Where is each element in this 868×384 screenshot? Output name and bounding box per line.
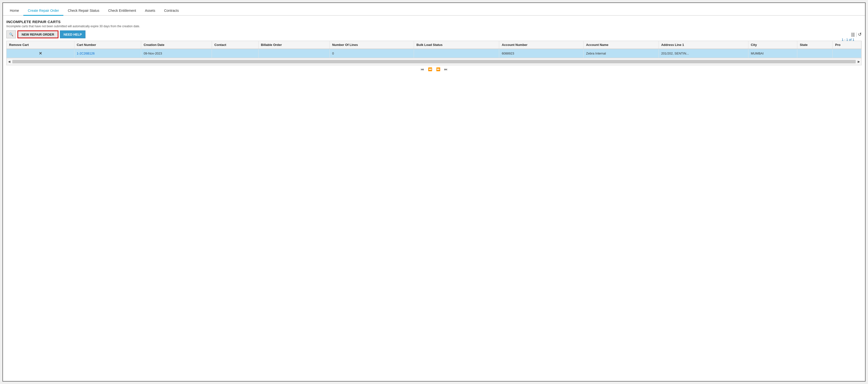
nav-tab-home[interactable]: Home: [5, 6, 23, 16]
cell-account-name: Zebra Internal: [583, 49, 658, 58]
section-title: INCOMPLETE REPAIR CARTS: [6, 20, 140, 24]
header-row: INCOMPLETE REPAIR CARTS Incomplete carts…: [6, 20, 862, 30]
cell-billable-order: [258, 49, 330, 58]
cell-city: MUMBAI: [748, 49, 797, 58]
col-header-contact: Contact: [212, 41, 258, 49]
section-subtitle: Incomplete carts that have not been subm…: [6, 25, 140, 28]
toolbar-right: ||| | ↺: [851, 32, 862, 37]
search-icon: 🔍: [9, 32, 13, 36]
col-header-city: City: [748, 41, 797, 49]
cell-pro: [833, 49, 861, 58]
toolbar: 🔍 NEW REPAIR ORDER NEED HELP ||| | ↺: [6, 30, 862, 38]
need-help-button[interactable]: NEED HELP: [60, 30, 86, 38]
cell-contact: [212, 49, 258, 58]
cell-address-line-1: 201/202, SENTIN...: [658, 49, 748, 58]
search-button[interactable]: 🔍: [6, 30, 16, 38]
cell-cart-number[interactable]: 1-2C26B126: [74, 49, 141, 58]
refresh-icon[interactable]: ↺: [858, 32, 862, 37]
new-repair-order-button[interactable]: NEW REPAIR ORDER: [18, 30, 58, 38]
page-content: INCOMPLETE REPAIR CARTS Incomplete carts…: [3, 16, 865, 75]
col-header-state: State: [797, 41, 833, 49]
repair-carts-table: Remove CartCart NumberCreation DateConta…: [7, 41, 861, 58]
col-header-pro: Pro: [833, 41, 861, 49]
nav-tab-assets[interactable]: Assets: [141, 6, 160, 16]
col-header-cart-number: Cart Number: [74, 41, 141, 49]
nav-tab-create-repair-order[interactable]: Create Repair Order: [23, 6, 63, 16]
cell-state: [797, 49, 833, 58]
next-page-button[interactable]: ⏩: [435, 67, 441, 72]
scroll-right-arrow[interactable]: ▶: [857, 59, 861, 64]
col-header-bulk-load-status: Bulk Load Status: [414, 41, 499, 49]
table-row: ✕1-2C26B12609-Nov-202306088923Zebra Inte…: [7, 49, 861, 58]
nav-tab-contracts[interactable]: Contracts: [160, 6, 183, 16]
last-page-button[interactable]: ⏭: [443, 67, 448, 72]
cell-remove-cart[interactable]: ✕: [7, 49, 74, 58]
col-header-remove-cart: Remove Cart: [7, 41, 74, 49]
divider: |: [856, 32, 857, 37]
col-header-billable-order: Billable Order: [258, 41, 330, 49]
table-header: Remove CartCart NumberCreation DateConta…: [7, 41, 861, 49]
horizontal-scrollbar[interactable]: ◀ ▶: [7, 58, 861, 65]
col-header-creation-date: Creation Date: [141, 41, 212, 49]
col-header-address-line-1: Address Line 1: [658, 41, 748, 49]
cell-bulk-load-status: [414, 49, 499, 58]
first-page-button[interactable]: ⏮: [420, 67, 425, 72]
table-body: ✕1-2C26B12609-Nov-202306088923Zebra Inte…: [7, 49, 861, 58]
header-row: Remove CartCart NumberCreation DateConta…: [7, 41, 861, 49]
columns-icon[interactable]: |||: [851, 32, 855, 37]
scroll-track[interactable]: [12, 60, 856, 63]
nav-tab-check-repair-status[interactable]: Check Repair Status: [63, 6, 104, 16]
cell-creation-date: 09-Nov-2023: [141, 49, 212, 58]
col-header-account-name: Account Name: [583, 41, 658, 49]
pagination-nav: ⏮ ⏪ ⏩ ⏭: [6, 65, 862, 73]
cell-account-number: 6088923: [499, 49, 583, 58]
prev-page-button[interactable]: ⏪: [427, 67, 433, 72]
section-header: INCOMPLETE REPAIR CARTS Incomplete carts…: [6, 20, 140, 30]
nav-tab-check-entitlement[interactable]: Check Entitlement: [104, 6, 141, 16]
repair-carts-table-wrapper: Remove CartCart NumberCreation DateConta…: [6, 41, 862, 65]
col-header-account-number: Account Number: [499, 41, 583, 49]
cell-number-of-lines: 0: [330, 49, 414, 58]
remove-cart-icon[interactable]: ✕: [9, 51, 72, 56]
scroll-left-arrow[interactable]: ◀: [7, 59, 11, 64]
cart-number-link[interactable]: 1-2C26B126: [77, 52, 95, 55]
col-header-number-of-lines: Number Of Lines: [330, 41, 414, 49]
nav-bar: HomeCreate Repair OrderCheck Repair Stat…: [3, 3, 865, 16]
